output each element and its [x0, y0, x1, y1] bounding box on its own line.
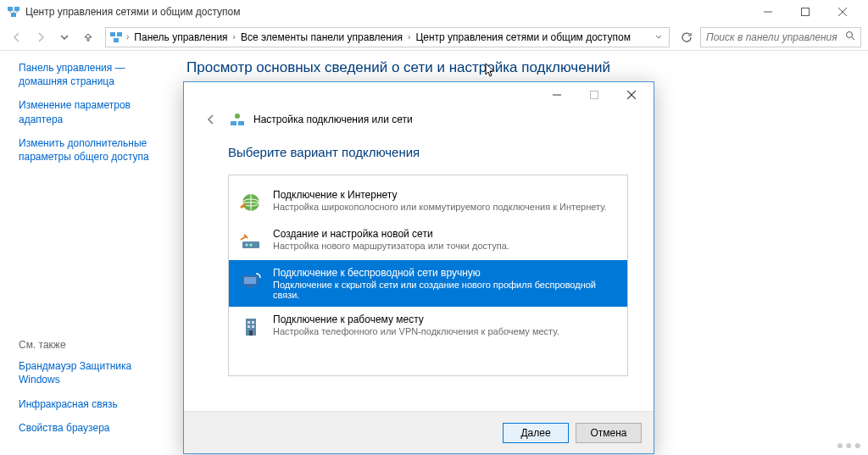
router-icon	[239, 230, 263, 253]
dialog-header: Настройка подключения или сети	[184, 108, 654, 138]
window-title: Центр управления сетями и общим доступом	[25, 6, 749, 18]
svg-rect-32	[249, 330, 253, 336]
svg-rect-7	[110, 32, 115, 36]
cancel-button[interactable]: Отмена	[576, 423, 642, 443]
svg-rect-31	[252, 325, 254, 328]
connection-options-list: Подключение к Интернету Настройка широко…	[228, 175, 628, 376]
svg-rect-1	[14, 7, 19, 11]
breadcrumb-item[interactable]: Все элементы панели управления	[239, 31, 404, 43]
svg-point-23	[250, 244, 253, 247]
svg-line-11	[852, 37, 854, 40]
option-desc: Настройка телефонного или VPN-подключени…	[273, 326, 559, 336]
navigation-bar: › Панель управления › Все элементы панел…	[0, 24, 868, 51]
nav-recent-button[interactable]	[54, 27, 75, 47]
dialog-titlebar	[184, 82, 654, 108]
option-new-network[interactable]: Создание и настройка новой сети Настройк…	[229, 221, 627, 260]
search-input[interactable]	[706, 31, 845, 43]
nav-back-button[interactable]	[7, 27, 27, 47]
option-title: Подключение к рабочему месту	[273, 314, 559, 325]
maximize-button[interactable]	[787, 0, 824, 24]
sidebar: Панель управления — домашняя страница Из…	[0, 51, 170, 455]
svg-rect-28	[248, 321, 250, 324]
search-box[interactable]	[700, 27, 861, 47]
option-title: Подключение к беспроводной сети вручную	[273, 267, 617, 279]
svg-rect-0	[8, 7, 13, 11]
option-desc: Настройка широкополосного или коммутируе…	[273, 202, 607, 212]
svg-rect-17	[238, 121, 244, 125]
chevron-down-icon[interactable]	[652, 31, 665, 43]
chevron-right-icon: ›	[126, 32, 129, 42]
svg-rect-9	[114, 38, 119, 42]
option-title: Подключение к Интернету	[273, 189, 607, 201]
chevron-right-icon: ›	[408, 32, 410, 42]
resize-grip-icon: ●●●	[837, 438, 863, 452]
svg-point-10	[847, 32, 853, 38]
chevron-right-icon: ›	[233, 32, 236, 42]
svg-rect-13	[591, 92, 598, 99]
option-manual-wireless[interactable]: Подключение к беспроводной сети вручную …	[229, 260, 627, 307]
sidebar-link-browser-properties[interactable]: Свойства браузера	[19, 421, 161, 435]
search-icon	[845, 31, 855, 43]
see-also-label: См. также	[19, 339, 161, 351]
svg-rect-29	[252, 321, 254, 324]
svg-rect-30	[248, 325, 250, 328]
option-desc: Подключение к скрытой сети или создание …	[273, 280, 617, 300]
address-breadcrumb[interactable]: › Панель управления › Все элементы панел…	[105, 27, 670, 47]
breadcrumb-item[interactable]: Центр управления сетями и общим доступом	[414, 31, 632, 43]
dialog-title: Выберите вариант подключения	[228, 145, 628, 159]
globe-icon	[239, 191, 263, 214]
sidebar-link-adapter-settings[interactable]: Изменение параметров адаптера	[19, 98, 161, 125]
breadcrumb-item[interactable]: Панель управления	[132, 31, 229, 43]
dialog-header-text: Настройка подключения или сети	[253, 114, 413, 125]
close-button[interactable]	[824, 0, 861, 24]
network-center-icon	[7, 5, 20, 19]
setup-connection-dialog: Настройка подключения или сети Выберите …	[183, 81, 654, 454]
svg-point-18	[235, 114, 240, 119]
minimize-button[interactable]	[749, 0, 787, 24]
option-desc: Настройка нового маршрутизатора или точк…	[273, 241, 509, 251]
window-titlebar: Центр управления сетями и общим доступом	[0, 0, 868, 24]
dialog-back-button[interactable]	[201, 109, 221, 130]
dialog-footer: Далее Отмена	[184, 411, 654, 453]
next-button[interactable]: Далее	[503, 423, 569, 443]
building-icon	[239, 315, 263, 339]
option-internet[interactable]: Подключение к Интернету Настройка широко…	[229, 182, 627, 221]
dialog-close-button[interactable]	[613, 82, 650, 108]
sidebar-link-infrared[interactable]: Инфракрасная связь	[19, 397, 161, 411]
page-heading: Просмотр основных сведений о сети и наст…	[186, 59, 851, 76]
option-workplace[interactable]: Подключение к рабочему месту Настройка т…	[229, 307, 627, 346]
svg-rect-2	[11, 13, 16, 17]
wireless-monitor-icon	[239, 269, 263, 292]
dialog-maximize-button[interactable]	[576, 82, 613, 108]
svg-rect-16	[231, 121, 236, 125]
svg-rect-8	[117, 32, 122, 36]
sidebar-link-sharing-settings[interactable]: Изменить дополнительные параметры общего…	[19, 136, 161, 164]
refresh-button[interactable]	[676, 27, 697, 47]
option-title: Создание и настройка новой сети	[273, 228, 509, 240]
svg-rect-26	[248, 286, 253, 288]
svg-point-22	[246, 244, 248, 247]
sidebar-link-firewall[interactable]: Брандмауэр Защитника Windows	[19, 359, 161, 386]
network-center-icon	[109, 31, 123, 44]
network-setup-icon	[230, 112, 245, 127]
nav-up-button[interactable]	[78, 27, 98, 47]
sidebar-link-home[interactable]: Панель управления — домашняя страница	[19, 61, 161, 88]
svg-rect-4	[802, 8, 810, 16]
nav-forward-button[interactable]	[31, 27, 51, 47]
svg-rect-25	[244, 277, 256, 284]
dialog-minimize-button[interactable]	[538, 82, 576, 108]
